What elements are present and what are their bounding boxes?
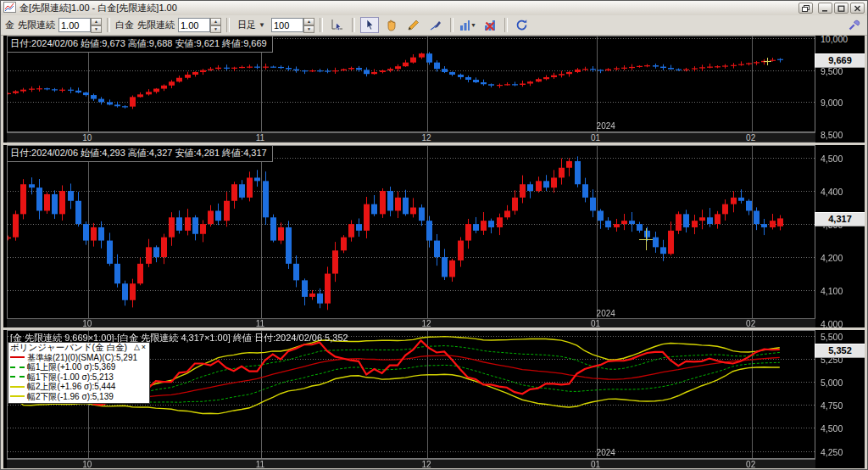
chart-cursor-button[interactable] <box>328 17 347 33</box>
platinum-y-tick-label: 4,000 <box>821 319 865 329</box>
popout-window-button[interactable] <box>798 3 813 14</box>
platinum-symbol-label: 白金 <box>115 19 134 31</box>
spread-chart-plot: [金 先限連続 9,669×1.00]-[白金 先限連続 4,317×1.00]… <box>7 330 815 459</box>
legend-item-label: 幅2下限(-1.96 σ):5,139 <box>27 392 114 402</box>
select-tool-button[interactable] <box>360 17 379 33</box>
platinum-multiplier-input[interactable] <box>178 18 210 32</box>
title-bar: 金[先限連続]1.00 - 白金[先限連続]1.00 <box>1 1 867 15</box>
basis-line-swatch <box>10 356 25 358</box>
crosshair-hline <box>764 61 771 62</box>
pen-tool-button[interactable] <box>426 17 445 33</box>
legend-close-button[interactable]: × <box>142 343 146 353</box>
gold-multiplier-spinner: ▲▼ <box>58 18 102 32</box>
gold-chart-plot: 日付:2024/02/06 始値:9,673 高値:9,688 安値:9,621… <box>7 36 815 132</box>
indicator-button[interactable]: ▼ <box>459 17 477 33</box>
indicator-delete-button[interactable] <box>481 17 499 33</box>
crosshair-hline <box>639 239 653 240</box>
minimize-button[interactable] <box>818 3 832 14</box>
gold-month-label: 02 <box>739 133 763 143</box>
platinum-series-label: 先限連続 <box>137 19 175 31</box>
close-button[interactable] <box>850 3 865 14</box>
spread-y-tick-label: 4,750 <box>821 400 865 411</box>
window-controls <box>798 3 865 14</box>
platinum-chart-plot: 日付:2024/02/06 始値:4,293 高値:4,327 安値:4,281… <box>7 145 815 320</box>
toolbar-separator <box>226 18 230 32</box>
bollinger-legend: ボリンジャーバンド(金 白金) △ × 基準線(21)(0)(SMA)(C):5… <box>8 342 150 404</box>
legend-item-label: 幅2上限(+1.96 σ):5,444 <box>27 382 115 392</box>
toolbar-separator <box>504 18 508 32</box>
bar-count-input[interactable] <box>271 18 303 32</box>
platinum-multiplier-spinner: ▲▼ <box>178 18 221 32</box>
spread-x-axis-strip: 1011120102 <box>7 459 815 468</box>
window-title: 金[先限連続]1.00 - 白金[先限連続]1.00 <box>19 2 795 14</box>
gold-y-tick-label: 10,000 <box>821 36 865 44</box>
chevron-down-icon: ▼ <box>470 22 476 28</box>
spread-y-tick-label: 4,250 <box>821 447 865 457</box>
maximize-button[interactable] <box>834 3 849 14</box>
platinum-last-price-tag: 4,317 <box>815 212 865 227</box>
select-arrow-icon <box>363 19 376 31</box>
spread-month-label: 02 <box>739 460 763 468</box>
gold-month-label: 12 <box>415 133 438 143</box>
bars-down-icon[interactable]: ▼ <box>303 25 314 33</box>
timeframe-dropdown[interactable]: 日足 ▼ <box>235 18 268 32</box>
chevron-down-icon: ▼ <box>259 21 265 29</box>
toolbar-separator <box>450 18 453 32</box>
gold-mult-down-icon[interactable]: ▼ <box>91 25 102 33</box>
band2-upper-swatch <box>10 386 25 388</box>
toolbar-separator <box>320 18 323 32</box>
pencil-tool-button[interactable] <box>404 17 423 33</box>
pan-hand-icon <box>385 19 398 31</box>
bar-count-spinner: ▲▼ <box>271 18 314 32</box>
spread-y-tick-label: 5,500 <box>821 332 865 342</box>
gold-ohlc-info: 日付:2024/02/06 始値:9,673 高値:9,688 安値:9,621… <box>8 36 273 53</box>
settings-button[interactable] <box>844 17 863 33</box>
crosshair-marker <box>639 228 653 250</box>
plat-mult-up-icon[interactable]: ▲ <box>210 18 221 25</box>
band1-upper-swatch <box>10 366 25 368</box>
platinum-candlestick-canvas[interactable] <box>8 146 815 319</box>
gold-month-label: 11 <box>248 133 272 143</box>
spread-month-label: 10 <box>75 460 99 468</box>
indicator-delete-icon <box>484 20 496 31</box>
draw-pen-icon <box>429 19 442 31</box>
chart-region: 日付:2024/02/06 始値:9,673 高値:9,688 安値:9,621… <box>3 36 865 468</box>
timeframe-label: 日足 <box>237 19 256 31</box>
toolbar-separator <box>352 18 355 32</box>
gold-series-label: 先限連続 <box>18 19 55 31</box>
app-window: 金[先限連続]1.00 - 白金[先限連続]1.00 金 先限連続 ▲▼ 白金 … <box>0 0 868 470</box>
refresh-button[interactable] <box>513 17 531 33</box>
gold-y-tick-label: 8,500 <box>821 130 865 140</box>
toolbar: 金 先限連続 ▲▼ 白金 先限連続 ▲▼ 日足 ▼ ▲▼ ▼ <box>1 15 867 36</box>
gold-last-price-tag: 9,669 <box>815 53 865 68</box>
spread-month-label: 11 <box>248 460 272 468</box>
spread-y-tick-label: 4,500 <box>821 423 865 434</box>
spread-month-label: 01 <box>584 460 608 468</box>
gold-multiplier-input[interactable] <box>58 18 91 32</box>
chart-cursor-icon <box>331 19 344 31</box>
platinum-y-tick-label: 4,200 <box>821 253 865 263</box>
legend-item-label: 幅1下限(-1.00 σ):5,213 <box>27 372 114 383</box>
platinum-ohlc-info: 日付:2024/02/06 始値:4,293 高値:4,327 安値:4,281… <box>8 146 273 162</box>
platinum-y-tick-label: 4,100 <box>821 286 865 296</box>
gold-y-tick-label: 9,000 <box>821 98 865 108</box>
spread-last-price-tag: 5,352 <box>815 344 865 358</box>
legend-item-label: 幅1上限(+1.00 σ):5,369 <box>27 362 115 372</box>
spread-year-label: 2024 <box>597 448 615 457</box>
toolbar-separator <box>107 18 110 32</box>
legend-collapse-button[interactable]: △ <box>134 343 140 353</box>
platinum-y-tick-label: 4,500 <box>821 154 865 164</box>
band1-lower-swatch <box>10 376 25 378</box>
spread-month-label: 12 <box>415 460 438 468</box>
crosshair-marker <box>764 58 771 65</box>
gold-x-axis-strip: 1011120102 <box>7 132 815 143</box>
bars-up-icon[interactable]: ▲ <box>303 18 314 25</box>
pan-tool-button[interactable] <box>382 17 401 33</box>
gold-symbol-label: 金 <box>5 19 14 31</box>
pencil-icon <box>407 19 420 31</box>
legend-title: ボリンジャーバンド(金 白金) <box>10 343 127 353</box>
plat-mult-down-icon[interactable]: ▼ <box>210 25 221 33</box>
platinum-y-tick-label: 4,400 <box>821 187 865 197</box>
wrench-icon <box>848 19 860 31</box>
gold-mult-up-icon[interactable]: ▲ <box>91 18 102 25</box>
